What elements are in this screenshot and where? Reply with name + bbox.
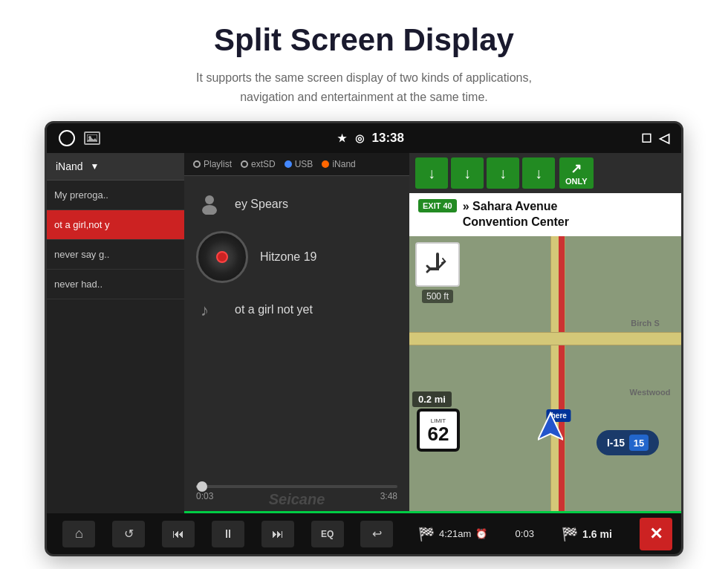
svg-marker-5 (538, 413, 563, 440)
clock-icon: ⏰ (475, 528, 487, 539)
repeat-button[interactable]: ↺ (112, 521, 145, 547)
track-album: Hitzone 19 (260, 250, 317, 264)
progress-bar[interactable] (196, 485, 397, 488)
elapsed-label: 0:03 (516, 528, 534, 539)
disc-center (216, 251, 228, 263)
svg-point-2 (205, 195, 214, 204)
eq-button[interactable]: EQ (311, 521, 344, 547)
route-indicator: I-15 15 (597, 430, 659, 455)
home-icon (59, 130, 75, 146)
exit-badge: EXIT 40 (418, 199, 457, 212)
playlist-sidebar: iNand ▼ My preroga.. ot a girl,not y nev… (47, 153, 184, 513)
remaining-distance: 1.6 mi (582, 528, 612, 540)
radio-dot-playlist (193, 160, 201, 168)
map-background: Birch S Westwood (409, 236, 681, 511)
sign-group-arrows: ↓ ↓ ↓ ↓ (415, 157, 555, 189)
progress-container: 0:03 Seicane 3:48 (184, 479, 409, 511)
back-nav-icon: ◁ (659, 130, 669, 146)
radio-dot-usb (285, 160, 292, 168)
person-icon (196, 191, 223, 218)
source-label: iNand (56, 160, 83, 172)
playlist-item-4[interactable]: never had.. (47, 270, 184, 299)
arrow-down-1: ↓ (415, 157, 448, 189)
source-tabs: Playlist extSD USB iNand (184, 153, 409, 176)
close-nav-button[interactable]: ✕ (640, 518, 672, 550)
distance-item: 🏁 1.6 mi (562, 526, 612, 542)
track-title: ot a girl not yet (235, 303, 313, 316)
status-left (59, 130, 100, 146)
prev-button[interactable]: ⏮ (162, 521, 195, 547)
svg-point-3 (202, 205, 217, 215)
turn-distance-label: 0.2 mi (412, 391, 452, 407)
radio-dot-inand (322, 160, 329, 168)
map-area: Birch S Westwood (409, 236, 681, 511)
radio-dot-extsd (241, 160, 248, 168)
arrival-time-item: 🏁 4:21am ⏰ (418, 526, 487, 542)
track-album-row: Hitzone 19 (196, 231, 397, 283)
arrow-down-2: ↓ (451, 157, 484, 189)
highway-shield: 15 (629, 435, 649, 451)
playlist-item-3[interactable]: never say g.. (47, 240, 184, 270)
screen-icon: ☐ (641, 131, 651, 146)
arrow-down-4: ↓ (522, 157, 555, 189)
track-title-row: ♪ ot a girl not yet (196, 296, 397, 323)
flag-end-icon: 🏁 (562, 526, 578, 542)
flag-start-icon: 🏁 (418, 526, 435, 542)
road-banner: EXIT 40 » Sahara Avenue Convention Cente… (409, 193, 681, 236)
playlist-item-2[interactable]: ot a girl,not y (47, 210, 184, 240)
navigation-panel: ↓ ↓ ↓ ↓ ↗ ONLY EXIT 40 » Sahara Avenue C… (409, 153, 681, 554)
map-label-westwood: Westwood (630, 388, 671, 397)
only-sign: ↗ ONLY (559, 157, 594, 189)
speed-limit-badge: LIMIT 62 (417, 409, 460, 452)
location-icon: ◎ (355, 132, 364, 144)
disc-visual (196, 231, 248, 283)
track-artist-row: ey Spears (196, 191, 397, 218)
album-disc (196, 231, 248, 283)
elapsed-time-item: 0:03 (516, 528, 534, 539)
time-current: 0:03 (196, 491, 213, 508)
play-pause-button[interactable]: ⏸ (212, 521, 244, 547)
player-controls: ⌂ ↺ ⏮ ⏸ ⏭ EQ ↩ (47, 513, 409, 554)
source-tab-extsd[interactable]: extSD (241, 159, 276, 169)
watermark-text: Seicane (269, 491, 325, 508)
time-total: 3:48 (380, 491, 397, 508)
road-name: » Sahara Avenue Convention Center (463, 199, 569, 230)
status-right: ☐ ◁ (641, 130, 669, 146)
music-note-icon: ♪ (196, 296, 223, 323)
home-button[interactable]: ⌂ (62, 521, 95, 547)
main-content: iNand ▼ My preroga.. ot a girl,not y nev… (47, 153, 681, 554)
music-inner: iNand ▼ My preroga.. ot a girl,not y nev… (47, 153, 409, 513)
chevron-down-icon: ▼ (91, 161, 100, 172)
page-title: Split Screen Display (196, 22, 532, 58)
source-tab-playlist[interactable]: Playlist (193, 159, 232, 169)
source-tab-inand[interactable]: iNand (322, 159, 355, 169)
speed-limit-number: 62 (428, 424, 449, 443)
page-subtitle: It supports the same screen display of t… (196, 68, 532, 106)
track-info: ey Spears Hitzone 19 (184, 176, 409, 479)
bluetooth-icon: ★ (337, 132, 347, 144)
source-tab-usb[interactable]: USB (285, 159, 313, 169)
playlist-item-1[interactable]: My preroga.. (47, 181, 184, 210)
player-area: Playlist extSD USB iNand (184, 153, 409, 513)
source-selector[interactable]: iNand ▼ (47, 153, 184, 181)
nav-bottom-bar: 🏁 4:21am ⏰ 0:03 🏁 1.6 mi ✕ (409, 513, 681, 554)
nav-signs: ↓ ↓ ↓ ↓ ↗ ONLY (409, 153, 681, 193)
arrival-time: 4:21am (439, 528, 471, 539)
turn-distance: 500 ft (422, 290, 453, 303)
music-player-panel: iNand ▼ My preroga.. ot a girl,not y nev… (47, 153, 409, 554)
svg-text:♪: ♪ (201, 301, 209, 319)
progress-thumb[interactable] (197, 481, 207, 492)
status-time: ★ ◎ 13:38 (337, 131, 404, 146)
nav-position-arrow (538, 412, 563, 444)
next-button[interactable]: ⏭ (261, 521, 294, 547)
image-icon (84, 131, 100, 145)
page-header: Split Screen Display It supports the sam… (166, 0, 562, 121)
track-artist: ey Spears (235, 198, 288, 211)
back-button[interactable]: ↩ (360, 521, 393, 547)
road-route-overlay (559, 236, 565, 511)
map-label-birch: Birch S (631, 319, 660, 328)
status-bar: ★ ◎ 13:38 ☐ ◁ (47, 123, 681, 153)
turn-icon (415, 242, 460, 287)
road-horizontal-main (409, 332, 681, 345)
device-frame: ★ ◎ 13:38 ☐ ◁ iNand ▼ My preroga.. ot a … (45, 121, 683, 556)
